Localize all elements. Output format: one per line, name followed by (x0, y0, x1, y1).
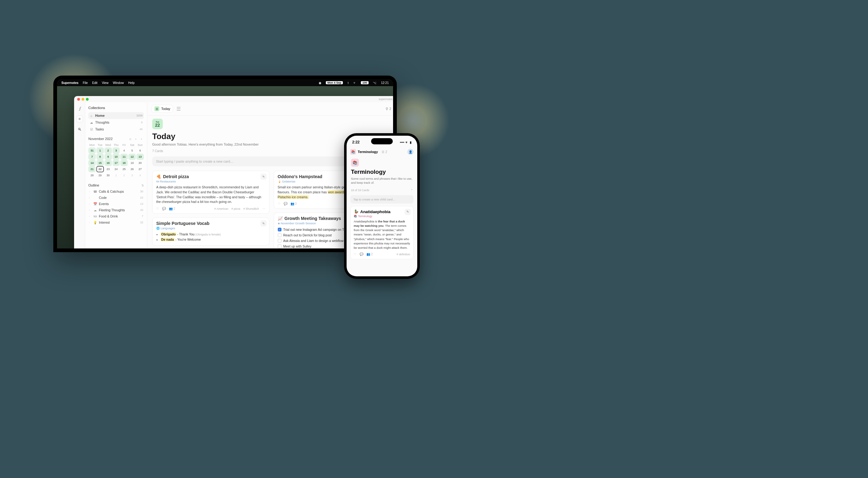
calendar-day-22[interactable]: 22 (96, 166, 104, 172)
calendar-day-25[interactable]: 25 (120, 166, 128, 172)
calendar-day-28[interactable]: 28 (88, 172, 96, 178)
pin-indicator[interactable]: ⚲ 2 (385, 107, 391, 111)
task-checkbox[interactable] (278, 233, 281, 237)
calendar-day-2[interactable]: 2 (120, 172, 128, 178)
expand-icon[interactable]: ⌃ (410, 189, 413, 192)
calendar-day-7[interactable]: 7 (88, 153, 96, 160)
calendar-day-18[interactable]: 18 (120, 160, 128, 166)
outline-item[interactable]: › ☎ Calls & Catchups 30 (88, 189, 144, 195)
card-detroit-pizza[interactable]: ✎ 🍕Detroit pizza 🍽Restaurants A deep-dis… (152, 171, 269, 214)
calendar-day-1[interactable]: 1 (96, 147, 104, 153)
outline-item[interactable]: › 💡 Interest 32 (88, 219, 144, 226)
task-checkbox[interactable]: ✓ (278, 228, 281, 231)
bluetooth-icon[interactable]: ᚼ (347, 81, 349, 84)
clock[interactable]: 12:21 (381, 81, 389, 84)
calendar-day-21[interactable]: 21 (88, 166, 96, 172)
menu-edit[interactable]: Edit (92, 81, 97, 84)
calendar-day-27[interactable]: 27 (136, 166, 144, 172)
outline-item[interactable]: › Code 22 (88, 195, 144, 201)
rail-logo-icon[interactable]: ഽ (76, 105, 83, 111)
outline-sort-icon[interactable]: ⇅ (142, 184, 144, 187)
eye-icon[interactable]: ◉ (319, 81, 321, 84)
card-edit-button[interactable]: ✎ (260, 220, 267, 227)
phone-breadcrumb[interactable]: Terminology (358, 150, 378, 153)
task-checkbox[interactable] (278, 239, 281, 243)
rail-collections-icon[interactable]: ≡ (76, 116, 83, 122)
tag[interactable]: # American (214, 207, 228, 210)
calendar-day-24[interactable]: 24 (113, 166, 120, 172)
calendar-day-14[interactable]: 14 (88, 160, 96, 166)
calendar-day-1[interactable]: 1 (113, 172, 120, 178)
date-indicator[interactable]: Mon 4 Sep (326, 81, 343, 84)
phone-card[interactable]: ✎ 🦆Anatidaephobia 📚Terminology Anatidaep… (350, 206, 413, 260)
calendar-day-31[interactable]: 31 (88, 147, 96, 153)
calendar-day-29[interactable]: 29 (96, 172, 104, 178)
phone-card-parent[interactable]: Terminology (358, 215, 372, 218)
window-maximize-button[interactable] (86, 98, 89, 101)
calendar-day-23[interactable]: 23 (104, 166, 112, 172)
calendar-day-4[interactable]: 4 (120, 147, 128, 153)
calendar-sun-icon[interactable]: ☼ (128, 137, 133, 141)
sidebar-item-tasks[interactable]: ☑ Tasks 46 (88, 126, 144, 133)
menu-window[interactable]: Window (113, 81, 124, 84)
tag[interactable]: # pizza (231, 207, 240, 210)
outline-item[interactable]: › 📅 Events 13 (88, 201, 144, 207)
breadcrumb-today[interactable]: ⊞ Today (152, 105, 173, 113)
control-center-icon[interactable]: ⌥ (373, 81, 377, 84)
outline-item[interactable]: › ☁ Fleeting Thoughts 40 (88, 207, 144, 213)
phone-composer[interactable]: Tap to create a new child card… (350, 195, 413, 204)
window-close-button[interactable] (77, 98, 80, 101)
calendar-day-4[interactable]: 4 (136, 172, 144, 178)
calendar-day-15[interactable]: 15 (96, 160, 104, 166)
filter-icon[interactable]: ☰ (176, 106, 182, 112)
card-portuguese-vocab[interactable]: ✎ Simple Portuguese Vocab 🌐Languages Obr… (152, 217, 269, 246)
calendar-day-9[interactable]: 9 (104, 153, 112, 160)
calendar-day-10[interactable]: 10 (113, 153, 120, 160)
sidebar-item-home[interactable]: ⌂ Home 3258 (88, 112, 144, 119)
calendar-next-button[interactable]: › (139, 137, 144, 141)
outline-item[interactable]: › 🍽 Food & Drink 7 (88, 213, 144, 219)
comment-icon[interactable]: 💬 (360, 252, 363, 256)
menu-help[interactable]: Help (128, 81, 134, 84)
calendar-day-19[interactable]: 19 (128, 160, 136, 166)
people-indicator[interactable]: 👥 3 (290, 202, 297, 205)
avatar[interactable]: 👤 (407, 149, 413, 155)
card-edit-button[interactable]: ✎ (405, 209, 411, 215)
wifi-icon[interactable]: ᯤ (353, 81, 356, 84)
calendar-day-11[interactable]: 11 (120, 153, 128, 160)
calendar-day-26[interactable]: 26 (128, 166, 136, 172)
calendar-day-16[interactable]: 16 (104, 160, 112, 166)
window-minimize-button[interactable] (82, 98, 84, 101)
people-indicator[interactable]: 👥 2 (169, 207, 175, 210)
battery-indicator[interactable]: 100 (361, 81, 369, 84)
tag-definition[interactable]: # definition (397, 253, 410, 256)
calendar-day-20[interactable]: 20 (136, 160, 144, 166)
card-edit-button[interactable]: ✎ (260, 173, 267, 180)
calendar-day-8[interactable]: 8 (96, 153, 104, 160)
rail-search-icon[interactable]: 🔍︎ (76, 126, 83, 133)
sidebar-item-thoughts[interactable]: ☁ Thoughts 9 (88, 119, 144, 126)
more-icon[interactable]: ⋯ (262, 207, 266, 210)
people-indicator[interactable]: 👥 2 (366, 252, 373, 256)
calendar-day-12[interactable]: 12 (128, 153, 136, 160)
tag[interactable]: # Shoreditch (243, 207, 259, 210)
heart-icon[interactable]: ♡ (354, 252, 356, 256)
calendar-day-3[interactable]: 3 (128, 172, 136, 178)
menu-file[interactable]: File (83, 81, 88, 84)
calendar-day-2[interactable]: 2 (104, 147, 112, 153)
calendar-prev-button[interactable]: ‹ (133, 137, 138, 141)
task-checkbox[interactable] (278, 244, 281, 248)
phone-filter-button[interactable]: ☰2 (382, 150, 387, 153)
phone-collection-icon[interactable]: 📚 (350, 149, 356, 155)
menu-view[interactable]: View (102, 81, 108, 84)
app-name[interactable]: Supernotes (61, 81, 79, 84)
comment-icon[interactable]: 💬 (162, 207, 166, 210)
heart-icon[interactable]: ♡ (278, 202, 281, 205)
calendar-day-17[interactable]: 17 (113, 160, 120, 166)
calendar-day-13[interactable]: 13 (136, 153, 144, 160)
calendar-day-30[interactable]: 30 (104, 172, 112, 178)
calendar-day-6[interactable]: 6 (136, 147, 144, 153)
comment-icon[interactable]: 💬 (284, 202, 287, 205)
heart-icon[interactable]: ♡ (156, 207, 159, 210)
calendar-day-3[interactable]: 3 (113, 147, 120, 153)
